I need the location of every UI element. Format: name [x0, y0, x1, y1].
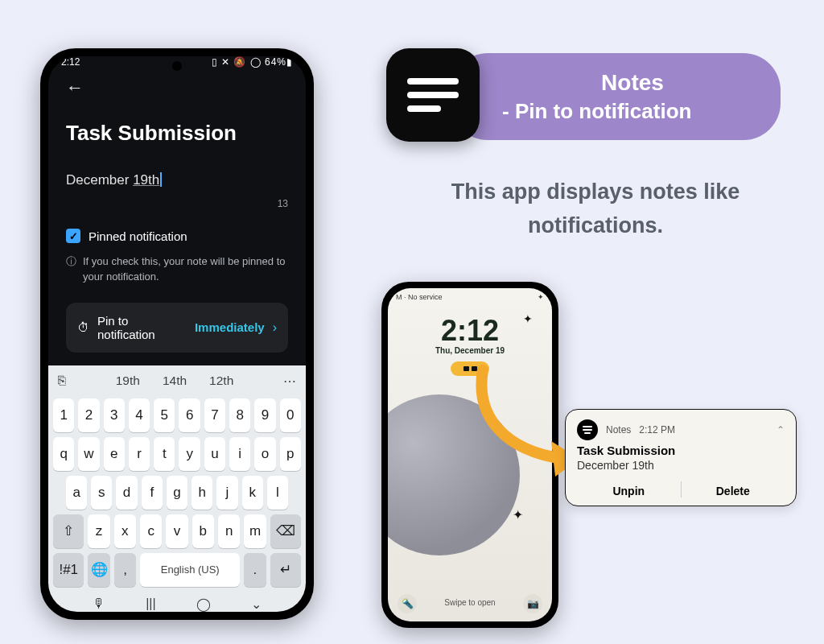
key-i[interactable]: i — [229, 437, 250, 471]
info-icon: ⓘ — [66, 254, 76, 285]
mic-icon[interactable]: 🎙 — [93, 597, 105, 611]
chevron-right-icon: › — [273, 320, 277, 335]
notification-time: 2:12 PM — [639, 424, 675, 436]
sparkle-icon: ✦ — [513, 507, 523, 522]
notification-body: December 19th — [577, 459, 785, 472]
nav-recent[interactable]: ||| — [146, 597, 155, 611]
pinned-label: Pinned notification — [89, 229, 187, 243]
key-g[interactable]: g — [167, 476, 187, 510]
suggestion-bar[interactable]: ⎘ 19th 14th 12th ⋯ — [53, 372, 301, 394]
back-icon[interactable]: ← — [66, 77, 84, 97]
key-o[interactable]: o — [254, 437, 275, 471]
pin-value: Immediately — [195, 320, 265, 334]
chevron-up-icon[interactable]: ⌃ — [777, 424, 785, 436]
suggestion-1[interactable]: 19th — [116, 374, 140, 388]
pin-label: Pin to notification — [97, 314, 179, 341]
status-bar-small: M · No service✦ — [388, 288, 552, 306]
key-v[interactable]: v — [166, 514, 187, 548]
checkbox-checked-icon[interactable]: ✓ — [66, 229, 80, 243]
key-4[interactable]: 4 — [129, 398, 150, 432]
app-icon — [386, 48, 480, 142]
key-7[interactable]: 7 — [204, 398, 225, 432]
char-counter: 13 — [66, 198, 288, 209]
status-time: 2:12 — [61, 56, 80, 68]
key-k[interactable]: k — [242, 476, 263, 510]
key-b[interactable]: b — [192, 514, 214, 548]
header-app-name: Notes — [502, 70, 763, 96]
phone-dark-editor: 2:12 ▯ ✕ 🔕 ◯ 64%▮ ← Task Submission Dece… — [40, 48, 314, 620]
camera-button[interactable]: 📷 — [523, 594, 542, 613]
pinned-checkbox-row[interactable]: ✓ Pinned notification — [66, 229, 288, 243]
key-English (US)[interactable]: English (US) — [140, 553, 240, 587]
nav-collapse[interactable]: ⌄ — [251, 597, 262, 612]
front-camera — [172, 61, 182, 71]
key-e[interactable]: e — [104, 437, 125, 471]
key-🌐[interactable]: 🌐 — [88, 553, 109, 587]
note-title[interactable]: Task Submission — [66, 121, 288, 146]
notification-pill[interactable] — [451, 361, 489, 376]
key-⌫[interactable]: ⌫ — [270, 514, 301, 548]
delete-action[interactable]: Delete — [682, 481, 785, 497]
tagline-text: This app displays notes like notificatio… — [402, 175, 789, 243]
android-nav-bar[interactable]: 🎙 ||| ◯ ⌄ — [53, 592, 301, 612]
flashlight-button[interactable]: 🔦 — [398, 594, 417, 613]
key-3[interactable]: 3 — [104, 398, 125, 432]
key-s[interactable]: s — [91, 476, 112, 510]
key-8[interactable]: 8 — [229, 398, 250, 432]
key-9[interactable]: 9 — [254, 398, 275, 432]
more-icon[interactable]: ⋯ — [283, 374, 296, 389]
key-q[interactable]: q — [53, 437, 74, 471]
header-feature-pill: Notes - Pin to notification — [451, 53, 781, 140]
key-!#1[interactable]: !#1 — [53, 553, 84, 587]
lock-date: Thu, December 19 — [388, 346, 552, 355]
note-body-input[interactable]: December 19th — [66, 170, 162, 188]
soft-keyboard[interactable]: ⎘ 19th 14th 12th ⋯ 1234567890 qwertyuiop… — [48, 365, 306, 612]
key-w[interactable]: w — [78, 437, 99, 471]
key-c[interactable]: c — [140, 514, 162, 548]
key-l[interactable]: l — [267, 476, 288, 510]
key-a[interactable]: a — [66, 476, 87, 510]
clock-icon: ⏱ — [77, 320, 89, 334]
notification-app-icon — [577, 419, 598, 440]
unpin-action[interactable]: Unpin — [577, 481, 681, 497]
key-j[interactable]: j — [216, 476, 237, 510]
key-5[interactable]: 5 — [154, 398, 175, 432]
key-6[interactable]: 6 — [179, 398, 200, 432]
key-n[interactable]: n — [218, 514, 240, 548]
key-m[interactable]: m — [244, 514, 266, 548]
phone-lockscreen: M · No service✦ ✦ 2:12 Thu, December 19 … — [381, 282, 558, 628]
key-0[interactable]: 0 — [280, 398, 301, 432]
key-1[interactable]: 1 — [53, 398, 74, 432]
notification-app-name: Notes — [606, 424, 631, 436]
clipboard-icon[interactable]: ⎘ — [58, 374, 66, 388]
key-p[interactable]: p — [280, 437, 301, 471]
header-feature: - Pin to notification — [502, 99, 763, 124]
key-2[interactable]: 2 — [78, 398, 99, 432]
notification-title: Task Submission — [577, 444, 785, 457]
key-,[interactable]: , — [114, 553, 136, 587]
key-h[interactable]: h — [192, 476, 212, 510]
status-battery: ▯ ✕ 🔕 ◯ 64%▮ — [212, 56, 293, 68]
key-r[interactable]: r — [129, 437, 150, 471]
key-y[interactable]: y — [179, 437, 200, 471]
pinned-hint: ⓘ If you check this, your note will be p… — [66, 254, 288, 285]
suggestion-2[interactable]: 14th — [163, 374, 187, 388]
key-z[interactable]: z — [88, 514, 109, 548]
notification-card[interactable]: Notes 2:12 PM ⌃ Task Submission December… — [565, 409, 797, 506]
key-⇧[interactable]: ⇧ — [53, 514, 84, 548]
key-d[interactable]: d — [116, 476, 137, 510]
sparkle-icon: ✦ — [523, 312, 533, 325]
suggestion-3[interactable]: 12th — [209, 374, 233, 388]
wallpaper-sphere — [388, 394, 520, 555]
key-f[interactable]: f — [142, 476, 163, 510]
key-.[interactable]: . — [244, 553, 266, 587]
nav-home[interactable]: ◯ — [196, 597, 211, 612]
key-u[interactable]: u — [204, 437, 225, 471]
pin-to-notification-row[interactable]: ⏱ Pin to notification Immediately › — [66, 303, 288, 353]
key-x[interactable]: x — [114, 514, 136, 548]
key-↵[interactable]: ↵ — [270, 553, 301, 587]
key-t[interactable]: t — [154, 437, 175, 471]
